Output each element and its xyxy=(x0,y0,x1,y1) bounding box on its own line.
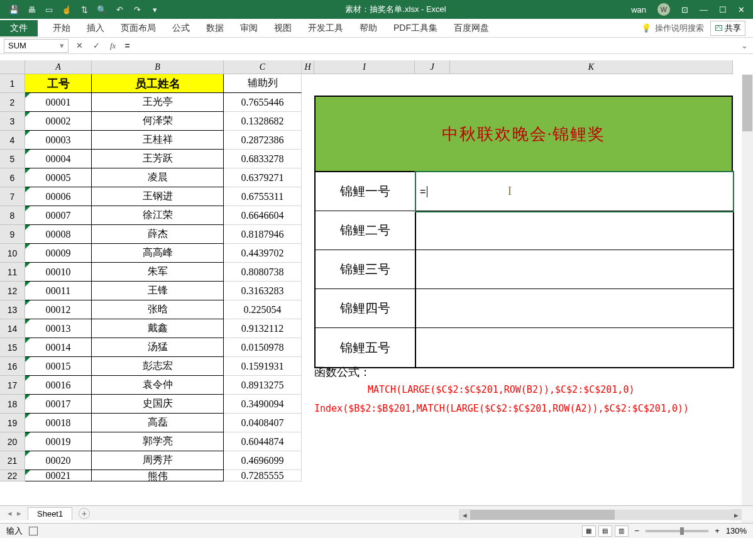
cell-id[interactable]: 00020 xyxy=(25,451,92,470)
tab-help[interactable]: 帮助 xyxy=(358,20,378,36)
close-icon[interactable]: ✕ xyxy=(738,5,745,14)
zoom-in-icon[interactable]: + xyxy=(715,526,720,535)
horizontal-scrollbar[interactable]: ◂ ▸ xyxy=(459,509,742,520)
row-header-4[interactable]: 4 xyxy=(0,131,25,150)
cell-id[interactable]: 00013 xyxy=(25,319,92,338)
chevron-down-icon[interactable]: ▾ xyxy=(60,41,64,50)
row-header-10[interactable]: 10 xyxy=(0,244,25,263)
tab-review[interactable]: 审阅 xyxy=(239,20,259,36)
tab-developer[interactable]: 开发工具 xyxy=(307,20,344,36)
tab-formulas[interactable]: 公式 xyxy=(171,20,191,36)
cell-id[interactable]: 00007 xyxy=(25,206,92,225)
zoom-slider[interactable] xyxy=(646,530,708,532)
tab-view[interactable]: 视图 xyxy=(273,20,293,36)
cell-name[interactable]: 袁令仲 xyxy=(92,376,224,395)
minimize-icon[interactable]: ― xyxy=(700,5,708,14)
select-all-corner[interactable] xyxy=(0,60,25,74)
header-cell-C[interactable]: 辅助列 xyxy=(224,74,302,93)
row-header-11[interactable]: 11 xyxy=(0,263,25,282)
cell-name[interactable]: 何泽荣 xyxy=(92,112,224,131)
cell-rnd[interactable]: 0.6044874 xyxy=(224,432,302,451)
zoom-out-icon[interactable]: − xyxy=(635,526,640,535)
cell-id[interactable]: 00018 xyxy=(25,414,92,432)
cell-name[interactable]: 高磊 xyxy=(92,414,224,432)
cell-id[interactable]: 00009 xyxy=(25,244,92,263)
row-header-20[interactable]: 20 xyxy=(0,432,25,451)
name-box[interactable]: SUM ▾ xyxy=(4,39,69,53)
cell-rnd[interactable]: 0.6379271 xyxy=(224,168,302,187)
cell-name[interactable]: 戴鑫 xyxy=(92,319,224,338)
cell-name[interactable]: 高高峰 xyxy=(92,244,224,263)
cell-rnd[interactable]: 0.6646604 xyxy=(224,206,302,225)
cell-rnd[interactable]: 0.0408407 xyxy=(224,414,302,432)
prize-value-5[interactable] xyxy=(416,328,733,367)
cell-id[interactable]: 00008 xyxy=(25,225,92,244)
row-header-16[interactable]: 16 xyxy=(0,357,25,376)
cell-name[interactable]: 王钢进 xyxy=(92,187,224,206)
row-header-22[interactable]: 22 xyxy=(0,470,25,481)
cell-id[interactable]: 00016 xyxy=(25,376,92,395)
cell-rnd[interactable]: 0.0150978 xyxy=(224,338,302,357)
tab-file[interactable]: 文件 xyxy=(0,20,38,36)
cell-rnd[interactable]: 0.8913275 xyxy=(224,376,302,395)
share-button[interactable]: ⮹ 共享 xyxy=(710,21,745,36)
header-cell-B[interactable]: 员工姓名 xyxy=(92,74,224,93)
fx-icon[interactable]: fx xyxy=(110,41,116,51)
col-header-B[interactable]: B xyxy=(92,60,224,74)
touch-icon[interactable]: ☝ xyxy=(61,4,72,15)
cell-rnd[interactable]: 0.7655446 xyxy=(224,93,302,112)
row-header-18[interactable]: 18 xyxy=(0,395,25,414)
row-header-15[interactable]: 15 xyxy=(0,338,25,357)
vertical-scrollbar[interactable] xyxy=(742,74,753,538)
cell-name[interactable]: 王桂祥 xyxy=(92,131,224,150)
col-header-C[interactable]: C xyxy=(224,60,302,74)
cell-rnd[interactable]: 0.3490094 xyxy=(224,395,302,414)
cell-rnd[interactable]: 0.6833278 xyxy=(224,150,302,168)
redo-icon[interactable]: ↷ xyxy=(131,4,143,15)
cell-rnd[interactable]: 0.7285555 xyxy=(224,470,302,481)
cell-name[interactable]: 熊伟 xyxy=(92,470,224,481)
save-icon[interactable]: 💾 xyxy=(8,4,19,15)
tab-home[interactable]: 开始 xyxy=(52,20,72,36)
cell-rnd[interactable]: 0.4696099 xyxy=(224,451,302,470)
cancel-formula-icon[interactable]: ✕ xyxy=(76,41,83,50)
row-header-14[interactable]: 14 xyxy=(0,319,25,338)
tab-insert[interactable]: 插入 xyxy=(85,20,106,36)
tab-pdftools[interactable]: PDF工具集 xyxy=(392,20,439,36)
cell-name[interactable]: 凌晨 xyxy=(92,168,224,187)
cell-id[interactable]: 00021 xyxy=(25,470,92,481)
cell-name[interactable]: 汤猛 xyxy=(92,338,224,357)
page-layout-icon[interactable]: ▤ xyxy=(598,525,612,537)
preview-icon[interactable]: 🔍 xyxy=(96,4,107,15)
cell-id[interactable]: 00012 xyxy=(25,300,92,319)
tab-prev-icon[interactable]: ◂ xyxy=(8,508,12,518)
cell-name[interactable]: 周秀芹 xyxy=(92,451,224,470)
header-cell-A[interactable]: 工号 xyxy=(25,74,92,93)
hscroll-thumb[interactable] xyxy=(470,510,615,520)
sort-icon[interactable]: ⇅ xyxy=(79,4,90,15)
cell-id[interactable]: 00011 xyxy=(25,282,92,300)
cell-id[interactable]: 00005 xyxy=(25,168,92,187)
prize-value-1[interactable]: =I xyxy=(416,172,733,211)
cell-id[interactable]: 00003 xyxy=(25,131,92,150)
cell-id[interactable]: 00014 xyxy=(25,338,92,357)
qat-dropdown-icon[interactable]: ▾ xyxy=(149,4,160,15)
col-header-H[interactable]: H xyxy=(302,60,314,74)
row-header-9[interactable]: 9 xyxy=(0,225,25,244)
row-header-8[interactable]: 8 xyxy=(0,206,25,225)
hscroll-left-icon[interactable]: ◂ xyxy=(459,509,470,520)
zoom-level[interactable]: 130% xyxy=(726,526,747,535)
enter-formula-icon[interactable]: ✓ xyxy=(93,41,100,50)
cell-name[interactable]: 史国庆 xyxy=(92,395,224,414)
col-header-I[interactable]: I xyxy=(314,60,415,74)
expand-formula-icon[interactable]: ⌄ xyxy=(736,41,753,50)
cell-name[interactable]: 徐江荣 xyxy=(92,206,224,225)
add-sheet-button[interactable]: + xyxy=(79,508,90,519)
cell-name[interactable]: 张晗 xyxy=(92,300,224,319)
cell-name[interactable]: 郭学亮 xyxy=(92,432,224,451)
cell-id[interactable]: 00006 xyxy=(25,187,92,206)
vscroll-thumb[interactable] xyxy=(742,75,752,131)
maximize-icon[interactable]: ☐ xyxy=(719,5,727,14)
new-icon[interactable]: ▭ xyxy=(43,4,55,15)
col-header-J[interactable]: J xyxy=(415,60,450,74)
